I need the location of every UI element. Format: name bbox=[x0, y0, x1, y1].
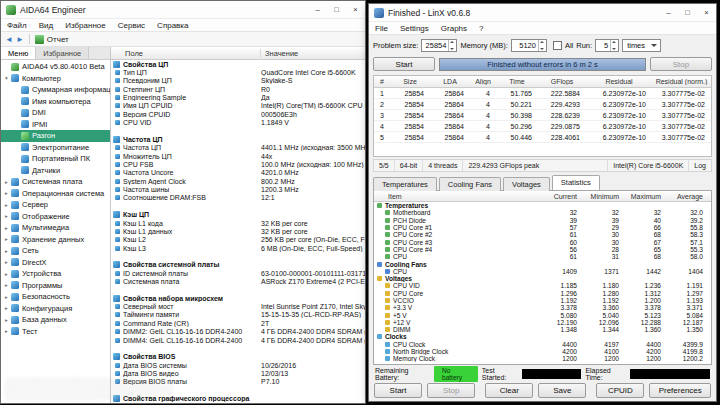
menu-item[interactable]: File bbox=[369, 24, 394, 33]
start-test-button[interactable]: Start bbox=[373, 57, 435, 71]
property-row[interactable]: Соотношение DRAM:FSB 12:1 bbox=[111, 194, 365, 202]
property-row[interactable]: CPU VID 1.1849 V bbox=[111, 119, 365, 127]
close-icon[interactable]: × bbox=[697, 4, 716, 21]
property-row[interactable] bbox=[111, 344, 365, 352]
sidebar-item[interactable]: Портативный ПК bbox=[1, 153, 110, 165]
expand-icon[interactable]: ▸ bbox=[3, 190, 10, 196]
menu-item[interactable]: Избранное bbox=[59, 21, 112, 30]
spinner-arrows-icon[interactable] bbox=[538, 40, 546, 51]
sidebar-item[interactable]: ▾ Компьютер bbox=[1, 73, 110, 85]
sidebar-item[interactable]: ▸ Программы bbox=[1, 280, 110, 292]
property-row[interactable]: Дата BIOS системы 10/26/2016 bbox=[111, 361, 365, 369]
expand-icon[interactable]: ▸ bbox=[3, 259, 10, 265]
sidebar-item[interactable]: ▸ База данных bbox=[1, 314, 110, 326]
col-gflops[interactable]: GFlops bbox=[538, 78, 586, 85]
sidebar-item[interactable]: ▸ Системная плата bbox=[1, 176, 110, 188]
preferences-button[interactable]: Preferences bbox=[649, 383, 711, 398]
col-item[interactable]: Item bbox=[374, 193, 543, 200]
sensor-tab[interactable]: Statistics bbox=[552, 175, 600, 190]
stop-test-button[interactable]: Stop bbox=[650, 57, 712, 71]
property-row[interactable]: Системная плата ASRock Z170 Extreme4 (2 … bbox=[111, 277, 365, 285]
property-row[interactable]: Тайминги памяти 15-15-15-35 (CL-RCD-RP-R… bbox=[111, 311, 365, 319]
menu-item[interactable]: Graphs bbox=[435, 24, 473, 33]
sidebar-item[interactable]: ▸ Мультимедиа bbox=[1, 222, 110, 234]
property-row[interactable]: Свойства набора микросхем bbox=[111, 294, 365, 302]
property-row[interactable]: System Agent Clock 800.2 MHz bbox=[111, 177, 365, 185]
property-row[interactable]: Множитель ЦП 44x bbox=[111, 152, 365, 160]
sidebar-item[interactable]: Имя компьютера bbox=[1, 96, 110, 108]
menu-item[interactable]: Settings bbox=[394, 24, 435, 33]
save-button[interactable]: Save bbox=[538, 383, 586, 398]
property-row[interactable]: Свойства системной платы bbox=[111, 261, 365, 269]
report-button[interactable]: Отчет bbox=[47, 35, 69, 44]
memory-stepper[interactable]: 5120 bbox=[511, 39, 547, 52]
sensor-tab[interactable]: Cooling Fans bbox=[439, 177, 501, 191]
property-row[interactable] bbox=[111, 286, 365, 294]
col-minimum[interactable]: Minimum bbox=[585, 193, 627, 200]
property-row[interactable]: Частота Uncore 4201.0 MHz bbox=[111, 169, 365, 177]
all-checkbox[interactable] bbox=[553, 41, 562, 50]
col-number[interactable]: # bbox=[374, 78, 390, 85]
property-row[interactable]: Северный мост Intel Sunrise Point Z170, … bbox=[111, 302, 365, 310]
expand-icon[interactable]: ▸ bbox=[3, 305, 10, 311]
expand-icon[interactable]: ▸ bbox=[3, 317, 10, 323]
expand-icon[interactable]: ▸ bbox=[3, 202, 10, 208]
col-residual[interactable]: Residual bbox=[586, 78, 652, 85]
menu-item[interactable]: Вид bbox=[33, 21, 59, 30]
column-header-value[interactable]: Значение bbox=[261, 49, 298, 58]
stop-button[interactable]: Stop bbox=[427, 383, 475, 398]
property-row[interactable]: Псевдоним ЦП Skylake-S bbox=[111, 77, 365, 85]
expand-icon[interactable]: ▸ bbox=[3, 236, 10, 242]
expand-icon[interactable]: ▸ bbox=[3, 179, 10, 185]
expand-icon[interactable]: ▸ bbox=[3, 294, 10, 300]
col-align[interactable]: Align bbox=[470, 78, 496, 85]
col-size[interactable]: Size bbox=[390, 78, 430, 85]
times-select[interactable]: times bbox=[622, 39, 661, 52]
column-header-field[interactable]: Поле bbox=[111, 49, 261, 58]
expand-icon[interactable]: ▸ bbox=[3, 328, 10, 334]
expand-icon[interactable]: ▸ bbox=[3, 213, 10, 219]
expand-icon[interactable]: ▸ bbox=[3, 271, 10, 277]
sidebar-item[interactable]: ▸ Хранение данных bbox=[1, 234, 110, 246]
col-residual-norm[interactable]: Residual (norm.) bbox=[652, 78, 711, 85]
minimize-icon[interactable]: – bbox=[308, 1, 327, 18]
minimize-icon[interactable]: – bbox=[659, 4, 678, 21]
col-maximum[interactable]: Maximum bbox=[627, 193, 669, 200]
close-icon[interactable]: × bbox=[346, 1, 365, 18]
sensor-tab[interactable]: Voltages bbox=[503, 177, 550, 191]
property-row[interactable]: Частота ЦП bbox=[111, 135, 365, 143]
property-row[interactable]: Кэш ЦП bbox=[111, 210, 365, 218]
property-row[interactable]: Кэш L2 256 KB per core (On-Die, ECC, Ful… bbox=[111, 236, 365, 244]
clear-button[interactable]: Clear bbox=[485, 383, 533, 398]
menu-item[interactable]: Сервис bbox=[112, 21, 151, 30]
sidebar-item[interactable]: ▸ Устройства bbox=[1, 268, 110, 280]
col-average[interactable]: Average bbox=[669, 193, 711, 200]
menu-item[interactable]: ? bbox=[473, 24, 489, 33]
property-row[interactable] bbox=[111, 127, 365, 135]
sidebar-item[interactable]: ▸ Отображение bbox=[1, 211, 110, 223]
sensor-tab[interactable]: Temperatures bbox=[373, 177, 437, 191]
problem-size-stepper[interactable]: 25854 bbox=[421, 39, 457, 52]
property-row[interactable]: CPU FSB 100.0 MHz (исходная: 100 MHz) bbox=[111, 160, 365, 168]
property-row[interactable] bbox=[111, 202, 365, 210]
property-row[interactable]: Частота шины 1200.3 MHz bbox=[111, 185, 365, 193]
property-row[interactable]: Частота ЦП 4401.1 MHz (исходная: 3500 MH… bbox=[111, 144, 365, 152]
property-row[interactable]: Свойства BIOS bbox=[111, 353, 365, 361]
col-current[interactable]: Current bbox=[543, 193, 585, 200]
sidebar-item[interactable]: Разгон bbox=[1, 130, 110, 142]
run-stepper[interactable]: 5 bbox=[595, 39, 619, 52]
property-row[interactable] bbox=[111, 252, 365, 260]
cpuid-button[interactable]: CPUID bbox=[596, 383, 644, 398]
expand-icon[interactable]: ▸ bbox=[3, 225, 10, 231]
spinner-arrows-icon[interactable] bbox=[610, 40, 618, 51]
sidebar-item[interactable]: ▸ Операционная система bbox=[1, 188, 110, 200]
sidebar-item[interactable]: DMI bbox=[1, 107, 110, 119]
maximize-icon[interactable]: □ bbox=[678, 4, 697, 21]
sidebar-item[interactable]: Суммарная информация bbox=[1, 84, 110, 96]
expand-icon[interactable]: ▾ bbox=[3, 75, 10, 81]
maximize-icon[interactable]: □ bbox=[327, 1, 346, 18]
expand-icon[interactable]: ▸ bbox=[3, 248, 10, 254]
sidebar-tab[interactable]: Избранное bbox=[36, 47, 89, 59]
sidebar-item[interactable]: ▸ Безопасность bbox=[1, 291, 110, 303]
sidebar-item[interactable]: Датчики bbox=[1, 165, 110, 177]
